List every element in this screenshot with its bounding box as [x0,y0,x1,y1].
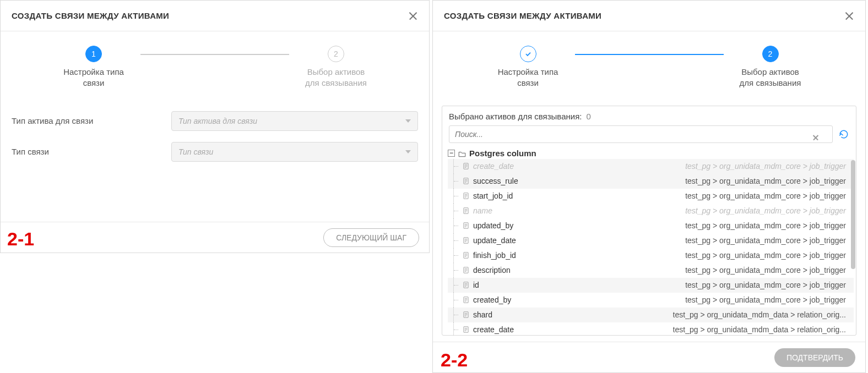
file-icon [462,177,470,185]
step-connector [575,54,724,55]
select-relation-type[interactable]: Тип связи [171,142,418,162]
label-relation-type: Тип связи [12,147,171,156]
item-path: test_pg > org_unidata_mdm_data > relatio… [673,310,854,319]
folder-icon [458,150,466,156]
file-icon [462,192,470,200]
tree-item: nametest_pg > org_unidata_mdm_core > job… [448,204,854,218]
tree-item[interactable]: created_bytest_pg > org_unidata_mdm_core… [448,293,854,308]
item-name: finish_job_id [473,251,516,260]
tree-item[interactable]: descriptiontest_pg > org_unidata_mdm_cor… [448,263,854,278]
dialog-step2: СОЗДАТЬ СВЯЗИ МЕЖДУ АКТИВАМИ Настройка т… [432,0,866,373]
item-name: success_rule [473,177,518,185]
search-row [442,125,856,147]
select-asset-type[interactable]: Тип актива для связи [171,111,418,131]
step-2-label: Выбор активов для связывания [305,67,367,89]
step-1: 1 Настройка типа связи [47,46,140,89]
item-name: name [473,206,492,215]
item-name: create_date [473,162,514,171]
step-1-label: Настройка типа связи [498,67,558,89]
dialog-title: СОЗДАТЬ СВЯЗИ МЕЖДУ АКТИВАМИ [12,11,169,20]
file-icon [462,326,470,333]
annotation-2-2: 2-2 [441,349,468,371]
selected-count: 0 [587,112,591,121]
stepper: Настройка типа связи 2 Выбор активов для… [433,31,865,100]
item-path: test_pg > org_unidata_mdm_core > job_tri… [685,295,854,304]
row-asset-type: Тип актива для связи Тип актива для связ… [12,111,418,131]
selected-count-label: Выбрано активов для связывания: 0 [442,112,856,125]
file-icon [462,237,470,244]
item-path: test_pg > org_unidata_mdm_core > job_tri… [685,266,854,275]
tree-item[interactable]: update_datetest_pg > org_unidata_mdm_cor… [448,233,854,248]
asset-picker: Выбрано активов для связывания: 0 − Post… [442,106,856,336]
tree-item[interactable]: idtest_pg > org_unidata_mdm_core > job_t… [448,278,854,293]
close-icon[interactable] [408,11,418,21]
step-2: 2 Выбор активов для связывания [289,46,383,89]
step-2: 2 Выбор активов для связывания [724,46,817,89]
step-1-label: Настройка типа связи [63,67,124,89]
step-connector [140,54,289,55]
asset-tree[interactable]: − Postgres column create_datetest_pg > o… [442,147,856,335]
file-icon [462,311,470,319]
scrollbar[interactable] [851,160,855,269]
row-relation-type: Тип связи Тип связи [12,142,418,162]
dialog-step1: СОЗДАТЬ СВЯЗИ МЕЖДУ АКТИВАМИ 1 Настройка… [0,0,430,253]
item-name: description [473,266,511,275]
item-path: test_pg > org_unidata_mdm_core > job_tri… [685,281,854,289]
file-icon [462,162,470,170]
confirm-button[interactable]: ПОДТВЕРДИТЬ [774,348,855,367]
step-1: Настройка типа связи [481,46,575,89]
item-path: test_pg > org_unidata_mdm_core > job_tri… [685,206,854,215]
file-icon [462,266,470,274]
dialog-footer: ПОДТВЕРДИТЬ [433,342,865,372]
item-path: test_pg > org_unidata_mdm_core > job_tri… [685,251,854,260]
file-icon [462,281,470,289]
label-asset-type: Тип актива для связи [12,116,171,125]
item-path: test_pg > org_unidata_mdm_core > job_tri… [685,191,854,200]
item-name: update_date [473,236,516,245]
form: Тип актива для связи Тип актива для связ… [1,100,429,184]
tree-item[interactable]: shardtest_pg > org_unidata_mdm_data > re… [448,308,854,322]
file-icon [462,207,470,215]
dialog-footer: СЛЕДУЮЩИЙ ШАГ [1,222,429,253]
refresh-icon[interactable] [838,129,849,140]
item-name: id [473,281,479,289]
search-input[interactable] [449,125,833,143]
tree-item[interactable]: create_datetest_pg > org_unidata_mdm_dat… [448,322,854,335]
tree-item[interactable]: finish_job_idtest_pg > org_unidata_mdm_c… [448,248,854,263]
item-path: test_pg > org_unidata_mdm_core > job_tri… [685,236,854,245]
step-1-circle-done [520,46,536,62]
item-path: test_pg > org_unidata_mdm_data > relatio… [673,325,854,334]
tree-item[interactable]: success_ruletest_pg > org_unidata_mdm_co… [448,174,854,189]
tree-root[interactable]: − Postgres column [448,147,854,159]
annotation-2-1: 2-1 [7,228,34,250]
step-2-circle: 2 [328,46,344,62]
dialog-header: СОЗДАТЬ СВЯЗИ МЕЖДУ АКТИВАМИ [433,1,865,31]
tree-item[interactable]: start_job_idtest_pg > org_unidata_mdm_co… [448,189,854,204]
dialog-header: СОЗДАТЬ СВЯЗИ МЕЖДУ АКТИВАМИ [1,1,429,31]
item-path: test_pg > org_unidata_mdm_core > job_tri… [685,177,854,185]
close-icon[interactable] [844,11,854,21]
tree-item: create_datetest_pg > org_unidata_mdm_cor… [448,159,854,174]
next-step-button[interactable]: СЛЕДУЮЩИЙ ШАГ [323,228,419,247]
file-icon [462,296,470,304]
file-icon [462,251,470,259]
item-name: start_job_id [473,191,513,200]
tree-root-label: Postgres column [469,149,536,158]
item-path: test_pg > org_unidata_mdm_core > job_tri… [685,221,854,230]
step-2-circle: 2 [762,46,779,62]
item-name: updated_by [473,221,513,230]
item-name: created_by [473,295,511,304]
file-icon [462,222,470,229]
stepper: 1 Настройка типа связи 2 Выбор активов д… [1,31,429,100]
dialog-title: СОЗДАТЬ СВЯЗИ МЕЖДУ АКТИВАМИ [444,11,601,20]
item-name: create_date [473,325,514,334]
clear-search-icon[interactable] [812,134,820,141]
tree-item[interactable]: updated_bytest_pg > org_unidata_mdm_core… [448,218,854,233]
collapse-icon[interactable]: − [448,150,455,157]
step-2-label: Выбор активов для связывания [740,67,801,89]
item-name: shard [473,310,492,319]
item-path: test_pg > org_unidata_mdm_core > job_tri… [685,162,854,171]
step-1-circle: 1 [85,46,102,62]
